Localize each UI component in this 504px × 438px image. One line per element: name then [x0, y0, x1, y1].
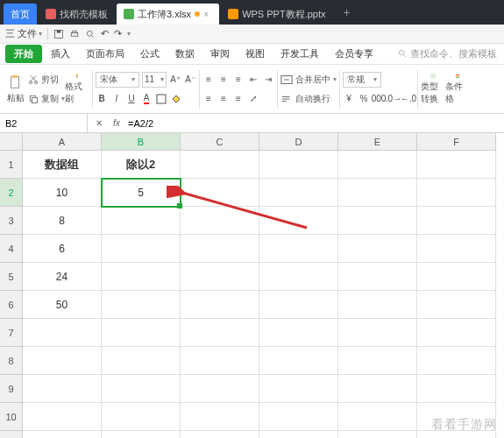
align-left-button[interactable]: ≡ [202, 93, 215, 105]
cell-B7[interactable] [102, 319, 181, 347]
cell-E2[interactable] [338, 179, 417, 207]
cell-C4[interactable] [181, 235, 259, 263]
dec-decimal-button[interactable]: ←.0 [402, 93, 415, 105]
cell-B3[interactable] [102, 207, 181, 235]
select-all-corner[interactable] [0, 133, 23, 151]
chevron-down-icon[interactable]: ▾ [127, 30, 131, 38]
cell-C11[interactable] [181, 431, 259, 438]
cell-A1[interactable]: 数据组 [23, 151, 102, 179]
cell-C10[interactable] [181, 403, 259, 431]
row-header[interactable]: 2 [0, 179, 23, 207]
cell-B11[interactable] [102, 431, 181, 438]
cell-B8[interactable] [102, 347, 181, 375]
cancel-formula-button[interactable]: ✕ [93, 117, 105, 130]
cell-D8[interactable] [259, 347, 338, 375]
convert-button[interactable]: 类型转换 [421, 74, 445, 105]
tab-data[interactable]: 数据 [168, 44, 202, 64]
merge-button[interactable]: 合并居中▾ [280, 71, 337, 88]
percent-button[interactable]: % [358, 93, 370, 105]
cell-A6[interactable]: 50 [23, 291, 102, 319]
cell-A11[interactable] [23, 431, 102, 438]
row-header[interactable]: 6 [0, 291, 23, 319]
tab-view[interactable]: 视图 [238, 44, 272, 64]
cell-F2[interactable] [417, 179, 496, 207]
wrap-button[interactable]: 自动换行 [280, 90, 337, 108]
tab-devtools[interactable]: 开发工具 [273, 44, 326, 64]
cell-D2[interactable] [259, 179, 338, 207]
tab-home[interactable]: 首页 [4, 4, 37, 25]
new-tab-button[interactable]: + [337, 4, 355, 21]
cell-A5[interactable]: 24 [23, 263, 102, 291]
cell-D6[interactable] [259, 291, 338, 319]
cell-D5[interactable] [259, 263, 338, 291]
cell-B4[interactable] [102, 235, 181, 263]
bold-button[interactable]: B [96, 93, 108, 105]
align-bottom-button[interactable]: ≡ [232, 74, 245, 86]
tab-member[interactable]: 会员专享 [328, 44, 380, 64]
cell-E6[interactable] [338, 291, 417, 319]
cell-B5[interactable] [102, 263, 181, 291]
currency-button[interactable]: ¥ [343, 93, 355, 105]
row-header[interactable]: 5 [0, 263, 23, 291]
cell-C1[interactable] [181, 151, 259, 179]
tab-workbook[interactable]: 工作簿3.xlsx× [117, 4, 219, 25]
cell-F5[interactable] [417, 263, 496, 291]
cell-B9[interactable] [102, 375, 181, 403]
column-header[interactable]: B [102, 133, 181, 151]
italic-button[interactable]: I [110, 93, 123, 105]
cell-A3[interactable]: 8 [23, 207, 102, 235]
align-middle-button[interactable]: ≡ [217, 74, 230, 86]
underline-button[interactable]: U [125, 93, 138, 105]
file-menu[interactable]: 三 文件▾ [5, 27, 42, 40]
row-header[interactable]: 7 [0, 319, 23, 347]
cell-C3[interactable] [181, 207, 259, 235]
cell-A8[interactable] [23, 347, 102, 375]
cell-F3[interactable] [417, 207, 496, 235]
conditional-button[interactable]: 条件格 [445, 74, 470, 105]
format-painter-button[interactable]: 格式刷 [65, 74, 89, 105]
cell-E8[interactable] [338, 347, 417, 375]
tab-insert[interactable]: 插入 [44, 44, 77, 64]
fill-color-button[interactable] [170, 93, 182, 105]
number-format-select[interactable]: 常规▾ [343, 72, 381, 88]
column-header[interactable]: F [417, 133, 496, 151]
font-color-button[interactable]: A [140, 93, 153, 105]
cell-C6[interactable] [181, 291, 259, 319]
column-header[interactable]: C [181, 133, 259, 151]
cell-A7[interactable] [23, 319, 102, 347]
cut-button[interactable]: 剪切 [28, 71, 65, 88]
cell-C2[interactable] [181, 179, 259, 207]
fill-handle[interactable] [177, 203, 182, 208]
align-center-button[interactable]: ≡ [217, 93, 230, 105]
cell-F1[interactable] [417, 151, 496, 179]
name-box[interactable]: B2 [0, 114, 88, 132]
row-header[interactable]: 10 [0, 403, 23, 431]
undo-button[interactable]: ↶ [101, 28, 109, 39]
inc-decimal-button[interactable]: .0→ [387, 93, 400, 105]
cell-E11[interactable] [338, 431, 417, 438]
cell-D10[interactable] [259, 403, 338, 431]
cell-A10[interactable] [23, 403, 102, 431]
cell-A9[interactable] [23, 375, 102, 403]
tab-ppt[interactable]: WPS PPT教程.pptx [221, 4, 332, 25]
cell-B10[interactable] [102, 403, 181, 431]
cell-B1[interactable]: 除以2 [102, 151, 181, 179]
cell-E5[interactable] [338, 263, 417, 291]
preview-button[interactable] [85, 29, 96, 39]
cell-D1[interactable] [259, 151, 338, 179]
formula-input[interactable] [128, 118, 249, 129]
spreadsheet-grid[interactable]: ABCDEF 123456789101112 数据组除以2105862450 [0, 133, 504, 438]
tab-review[interactable]: 审阅 [203, 44, 237, 64]
cell-D4[interactable] [259, 235, 338, 263]
copy-button[interactable]: 复制▾ [28, 90, 65, 108]
cell-F9[interactable] [417, 375, 496, 403]
column-header[interactable]: A [23, 133, 102, 151]
column-header[interactable]: D [259, 133, 338, 151]
comma-button[interactable]: 000 [373, 93, 385, 105]
align-right-button[interactable]: ≡ [232, 93, 245, 105]
font-size-select[interactable]: 11▾ [142, 72, 167, 88]
cell-E3[interactable] [338, 207, 417, 235]
cell-E4[interactable] [338, 235, 417, 263]
save-button[interactable] [53, 29, 64, 39]
cell-C7[interactable] [181, 319, 259, 347]
